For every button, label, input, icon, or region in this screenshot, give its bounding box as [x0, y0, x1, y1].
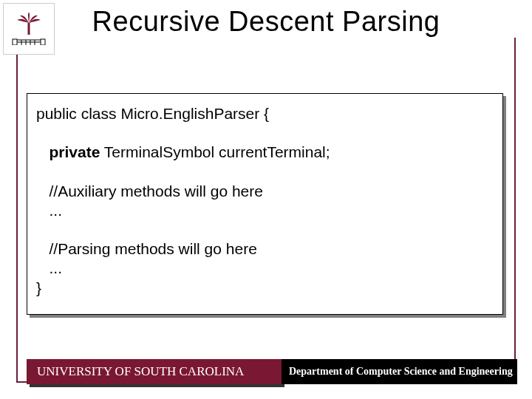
gates-icon — [11, 38, 47, 45]
slide-title: Recursive Descent Parsing — [0, 6, 532, 38]
code-comment: //Auxiliary methods will go here — [36, 182, 494, 201]
code-text: TerminalSymbol currentTerminal; — [100, 143, 330, 160]
code-ellipsis: ... — [36, 201, 494, 220]
code-ellipsis: ... — [36, 259, 494, 278]
code-line: public class Micro.EnglishParser { — [36, 104, 494, 123]
palmetto-tree-icon — [14, 13, 44, 36]
svg-rect-2 — [41, 39, 45, 45]
svg-rect-1 — [13, 39, 17, 45]
footer: UNIVERSITY OF SOUTH CAROLINA Department … — [27, 359, 517, 384]
code-line: private TerminalSymbol currentTerminal; — [36, 143, 494, 162]
code-line: } — [36, 279, 494, 298]
code-box: public class Micro.EnglishParser { priva… — [27, 93, 503, 315]
footer-university: UNIVERSITY OF SOUTH CAROLINA — [27, 359, 282, 384]
keyword-private: private — [36, 143, 100, 160]
code-comment: //Parsing methods will go here — [36, 239, 494, 259]
university-logo — [3, 3, 55, 55]
footer-department: Department of Computer Science and Engin… — [282, 359, 517, 384]
svg-rect-0 — [28, 23, 30, 35]
